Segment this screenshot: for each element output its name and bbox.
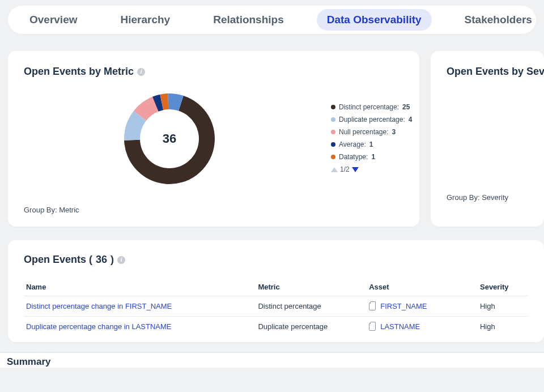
open-events-panel: Open Events (36) i Name Metric Asset Sev…	[8, 240, 544, 342]
summary-bar: Summary	[0, 352, 544, 368]
event-severity: High	[478, 317, 528, 337]
open-events-by-severity-panel: Open Events by Severity Group By: Severi…	[431, 51, 544, 227]
panel-title-text: Open Events by Metric	[24, 66, 134, 78]
legend-value: 1	[371, 153, 375, 161]
legend-pager: 1/2	[331, 165, 412, 173]
event-asset[interactable]: LASTNAME	[367, 317, 478, 337]
legend-item[interactable]: Distinct percentage: 25	[331, 103, 412, 111]
open-events-table: Name Metric Asset Severity Distinct perc…	[24, 278, 528, 336]
panel-title: Open Events by Metric i	[24, 66, 403, 78]
group-by-label: Group By: Severity	[447, 193, 508, 202]
tab-relationships[interactable]: Relationships	[203, 9, 294, 31]
summary-title: Summary	[7, 356, 537, 368]
panel-title: Open Events by Severity	[447, 66, 528, 78]
asset-link[interactable]: FIRST_NAME	[380, 302, 427, 310]
table-row[interactable]: Distinct percentage change in FIRST_NAME…	[24, 296, 528, 317]
legend-dot-icon	[331, 155, 335, 159]
asset-icon	[369, 302, 376, 310]
legend-label: Average:	[339, 140, 366, 148]
donut-center-value: 36	[121, 91, 218, 187]
legend-item[interactable]: Null percentage: 3	[331, 128, 412, 136]
tab-overview[interactable]: Overview	[19, 9, 88, 31]
table-header-row: Name Metric Asset Severity	[24, 278, 528, 296]
event-asset[interactable]: FIRST_NAME	[367, 296, 478, 317]
asset-link[interactable]: LASTNAME	[380, 322, 420, 331]
legend-label: Distinct percentage:	[339, 103, 399, 111]
pager-up-icon[interactable]	[331, 167, 338, 172]
panels-row: Open Events by Metric i 36 Distinct perc…	[0, 34, 544, 227]
group-by-label: Group By: Metric	[24, 206, 79, 214]
panel-title-text: Open Events by Severity	[447, 66, 544, 78]
asset-icon	[369, 323, 376, 331]
open-events-by-metric-panel: Open Events by Metric i 36 Distinct perc…	[8, 51, 419, 227]
legend-item[interactable]: Average: 1	[331, 140, 412, 148]
info-icon[interactable]: i	[137, 68, 145, 76]
legend-label: Datatype:	[339, 153, 368, 161]
event-name-link[interactable]: Distinct percentage change in FIRST_NAME	[24, 296, 256, 317]
event-metric: Distinct percentage	[256, 296, 367, 317]
title-count: 36	[96, 254, 107, 266]
title-suffix: )	[110, 254, 114, 266]
legend-item[interactable]: Datatype: 1	[331, 153, 412, 161]
legend-dot-icon	[331, 142, 335, 147]
pager-text: 1/2	[340, 165, 350, 173]
tabs-bar: Overview Hierarchy Relationships Data Ob…	[8, 6, 536, 34]
open-events-title: Open Events (36) i	[24, 254, 528, 266]
col-name[interactable]: Name	[24, 278, 256, 296]
legend-dot-icon	[331, 130, 335, 134]
legend-dot-icon	[331, 105, 335, 109]
tab-hierarchy[interactable]: Hierarchy	[110, 9, 181, 31]
col-asset[interactable]: Asset	[367, 278, 478, 296]
event-metric: Duplicate percentage	[256, 317, 367, 337]
event-name-link[interactable]: Duplicate percentage change in LASTNAME	[24, 317, 256, 337]
legend-value: 1	[369, 140, 373, 148]
legend-value: 3	[392, 128, 396, 136]
legend-label: Duplicate percentage:	[339, 116, 405, 123]
legend-label: Null percentage:	[339, 128, 388, 136]
legend-value: 25	[402, 103, 410, 111]
chart-legend: Distinct percentage: 25Duplicate percent…	[331, 103, 412, 173]
event-severity: High	[478, 296, 528, 317]
info-icon[interactable]: i	[117, 256, 125, 264]
tab-data-observability[interactable]: Data Observability	[317, 9, 432, 31]
legend-dot-icon	[331, 117, 335, 122]
table-row[interactable]: Duplicate percentage change in LASTNAMED…	[24, 317, 528, 337]
legend-value: 4	[409, 116, 413, 123]
pager-down-icon[interactable]	[352, 167, 359, 172]
tab-stakeholders[interactable]: Stakeholders	[454, 9, 536, 31]
legend-item[interactable]: Duplicate percentage: 4	[331, 116, 412, 123]
donut-chart: 36	[121, 91, 218, 189]
title-prefix: Open Events (	[24, 254, 92, 266]
col-metric[interactable]: Metric	[256, 278, 367, 296]
col-severity[interactable]: Severity	[478, 278, 528, 296]
